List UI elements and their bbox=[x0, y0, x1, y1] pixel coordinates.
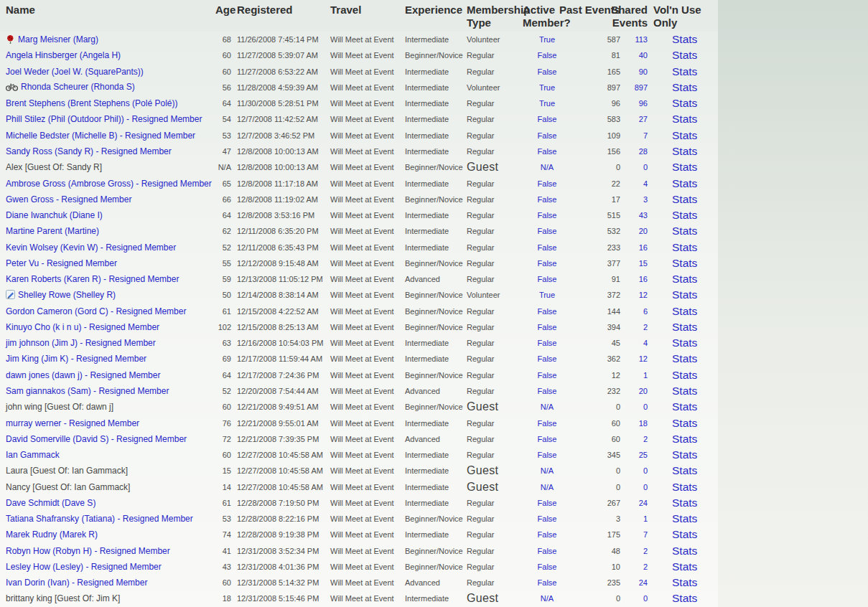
shared-events-link[interactable]: 7 bbox=[626, 530, 648, 539]
stats-link-label[interactable]: Stats bbox=[672, 193, 697, 205]
shared-events-link[interactable]: 12 bbox=[626, 291, 648, 299]
member-name-link[interactable]: Joel Weder (Joel W. (SquarePants)) bbox=[6, 67, 144, 77]
stats-link-label[interactable]: Stats bbox=[672, 448, 697, 461]
shared-events-link[interactable]: 27 bbox=[626, 115, 648, 123]
stats-link[interactable]: Stats bbox=[653, 400, 718, 413]
shared-events-link[interactable]: 18 bbox=[626, 419, 648, 428]
stats-link-label[interactable]: Stats bbox=[672, 225, 697, 237]
member-name-link[interactable]: Rhonda Scheurer (Rhonda S) bbox=[21, 82, 135, 92]
stats-link[interactable]: Stats bbox=[653, 512, 718, 525]
shared-events-link[interactable]: 43 bbox=[626, 211, 648, 220]
member-name-link[interactable]: jim johnson (Jim J) - Resigned Member bbox=[6, 338, 156, 348]
shared-events-link[interactable]: 0 bbox=[626, 403, 648, 411]
stats-link[interactable]: Stats bbox=[653, 560, 718, 573]
shared-events-link[interactable]: 897 bbox=[626, 83, 648, 92]
member-name-link[interactable]: Angela Hinsberger (Angela H) bbox=[6, 50, 121, 60]
member-name-link[interactable]: Michelle Bedster (Michelle B) - Resigned… bbox=[6, 131, 195, 141]
member-name-link[interactable]: Gwen Gross - Resigned Member bbox=[6, 194, 131, 204]
shared-events-link[interactable]: 3 bbox=[626, 195, 648, 204]
stats-link-label[interactable]: Stats bbox=[672, 528, 697, 540]
stats-link[interactable]: Stats bbox=[653, 337, 718, 349]
stats-link-label[interactable]: Stats bbox=[672, 81, 697, 93]
member-name-link[interactable]: Peter Vu - Resigned Member bbox=[6, 258, 117, 268]
shared-events-link[interactable]: 25 bbox=[626, 451, 648, 459]
stats-link-label[interactable]: Stats bbox=[672, 576, 697, 588]
member-name-link[interactable]: Ian Gammack bbox=[6, 450, 60, 460]
stats-link-label[interactable]: Stats bbox=[672, 305, 697, 317]
shared-events-link[interactable]: 24 bbox=[626, 578, 648, 587]
stats-link[interactable]: Stats bbox=[653, 129, 718, 142]
stats-link-label[interactable]: Stats bbox=[672, 33, 697, 45]
member-name-link[interactable]: Ivan Dorin (Ivan) - Resigned Member bbox=[6, 578, 147, 588]
stats-link-label[interactable]: Stats bbox=[672, 97, 697, 109]
member-name-link[interactable]: Dave Schmidt (Dave S) bbox=[6, 498, 95, 508]
member-name-link[interactable]: Tatiana Shafransky (Tatiana) - Resigned … bbox=[6, 514, 193, 524]
stats-link-label[interactable]: Stats bbox=[672, 321, 697, 333]
stats-link[interactable]: Stats bbox=[653, 481, 718, 494]
stats-link-label[interactable]: Stats bbox=[672, 512, 697, 524]
shared-events-link[interactable]: 40 bbox=[626, 51, 648, 60]
member-name-link[interactable]: Kevin Wolsey (Kevin W) - Resigned Member bbox=[6, 243, 176, 253]
stats-link[interactable]: Stats bbox=[653, 225, 718, 237]
shared-events-link[interactable]: 24 bbox=[626, 499, 648, 507]
stats-link[interactable]: Stats bbox=[653, 209, 718, 222]
stats-link[interactable]: Stats bbox=[653, 433, 718, 446]
member-name-link[interactable]: Gordon Cameron (Gord C) - Resigned Membe… bbox=[6, 306, 186, 316]
stats-link[interactable]: Stats bbox=[653, 33, 718, 46]
stats-link-label[interactable]: Stats bbox=[672, 129, 697, 141]
member-name-link[interactable]: Brent Stephens (Brent Stephens (Polé Pol… bbox=[6, 98, 177, 108]
shared-events-link[interactable]: 4 bbox=[626, 179, 648, 188]
stats-link-label[interactable]: Stats bbox=[672, 592, 697, 604]
shared-events-link[interactable]: 2 bbox=[626, 547, 648, 555]
stats-link-label[interactable]: Stats bbox=[672, 352, 697, 364]
stats-link-label[interactable]: Stats bbox=[672, 560, 697, 573]
member-name-link[interactable]: Lesley How (Lesley) - Resigned Member bbox=[6, 562, 162, 572]
stats-link-label[interactable]: Stats bbox=[672, 497, 697, 509]
stats-link[interactable]: Stats bbox=[653, 385, 718, 397]
shared-events-link[interactable]: 20 bbox=[626, 387, 648, 395]
stats-link[interactable]: Stats bbox=[653, 592, 718, 605]
shared-events-link[interactable]: 113 bbox=[626, 35, 648, 44]
stats-link-label[interactable]: Stats bbox=[672, 145, 697, 157]
stats-link-label[interactable]: Stats bbox=[672, 417, 697, 429]
stats-link[interactable]: Stats bbox=[653, 369, 718, 382]
stats-link-label[interactable]: Stats bbox=[672, 481, 697, 493]
stats-link[interactable]: Stats bbox=[653, 497, 718, 509]
shared-events-link[interactable]: 7 bbox=[626, 131, 648, 140]
shared-events-link[interactable]: 0 bbox=[626, 483, 648, 491]
shared-events-link[interactable]: 15 bbox=[626, 259, 648, 268]
stats-link-label[interactable]: Stats bbox=[672, 209, 697, 221]
member-name-link[interactable]: Marek Rudny (Marek R) bbox=[6, 530, 98, 540]
stats-link-label[interactable]: Stats bbox=[672, 65, 697, 77]
stats-link-label[interactable]: Stats bbox=[672, 273, 697, 285]
member-name-link[interactable]: Sandy Ross (Sandy R) - Resigned Member bbox=[6, 146, 172, 156]
stats-link[interactable]: Stats bbox=[653, 288, 718, 301]
member-name-link[interactable]: Kinuyo Cho (k i n u) - Resigned Member bbox=[6, 322, 159, 332]
member-name-link[interactable]: murray werner - Resigned Member bbox=[6, 418, 139, 428]
stats-link[interactable]: Stats bbox=[653, 241, 718, 254]
stats-link-label[interactable]: Stats bbox=[672, 177, 697, 189]
stats-link[interactable]: Stats bbox=[653, 145, 718, 158]
stats-link-label[interactable]: Stats bbox=[672, 545, 697, 557]
stats-link[interactable]: Stats bbox=[653, 257, 718, 270]
stats-link[interactable]: Stats bbox=[653, 161, 718, 174]
member-name-link[interactable]: Shelley Rowe (Shelley R) bbox=[18, 290, 116, 300]
stats-link[interactable]: Stats bbox=[653, 352, 718, 365]
member-name-link[interactable]: Jim King (Jim K) - Resigned Member bbox=[6, 354, 146, 364]
stats-link-label[interactable]: Stats bbox=[672, 49, 697, 61]
shared-events-link[interactable]: 16 bbox=[626, 243, 648, 252]
stats-link[interactable]: Stats bbox=[653, 177, 718, 190]
stats-link-label[interactable]: Stats bbox=[672, 161, 697, 173]
shared-events-link[interactable]: 20 bbox=[626, 227, 648, 235]
stats-link[interactable]: Stats bbox=[653, 49, 718, 62]
shared-events-link[interactable]: 0 bbox=[626, 594, 648, 603]
member-name-link[interactable]: Sam giannakos (Sam) - Resigned Member bbox=[6, 386, 169, 396]
stats-link[interactable]: Stats bbox=[653, 576, 718, 589]
stats-link[interactable]: Stats bbox=[653, 81, 718, 94]
shared-events-link[interactable]: 1 bbox=[626, 371, 648, 380]
member-name-link[interactable]: Diane Iwanchuk (Diane I) bbox=[6, 210, 103, 220]
member-name-link[interactable]: Robyn How (Robyn H) - Resigned Member bbox=[6, 546, 170, 556]
stats-link[interactable]: Stats bbox=[653, 273, 718, 286]
member-name-link[interactable]: Ambrose Gross (Ambrose Gross) - Resigned… bbox=[6, 179, 212, 189]
stats-link[interactable]: Stats bbox=[653, 464, 718, 477]
